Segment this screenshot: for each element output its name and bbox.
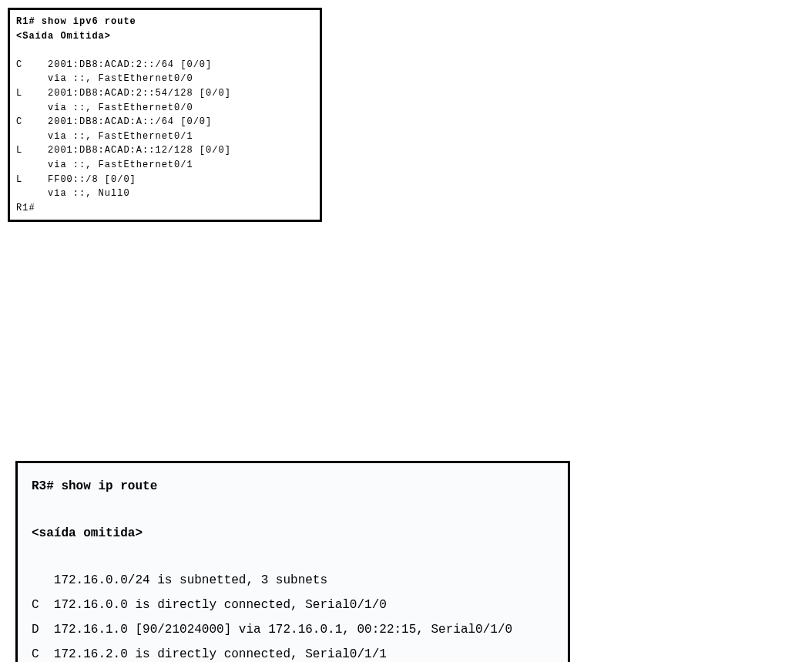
terminal1-route-line: C 2001:DB8:ACAD:2::/64 [0/0] <box>16 58 314 72</box>
terminal2-route-line: D 172.16.1.0 [90/21024000] via 172.16.0.… <box>32 617 554 642</box>
ip-route-terminal: R3# show ip route <saída omitida> 172.16… <box>15 461 570 662</box>
terminal1-route-line: via ::, FastEthernet0/0 <box>16 101 314 116</box>
terminal2-route-line: C 172.16.2.0 is directly connected, Seri… <box>32 642 554 662</box>
terminal1-command: R1# show ipv6 route <box>16 15 314 29</box>
vertical-spacer <box>8 222 804 461</box>
terminal1-blank <box>16 43 314 58</box>
terminal1-route-line: L FF00::/8 [0/0] <box>16 173 314 187</box>
terminal1-route-line: L 2001:DB8:ACAD:2::54/128 [0/0] <box>16 86 314 101</box>
terminal2-route-line: 172.16.0.0/24 is subnetted, 3 subnets <box>32 568 554 593</box>
terminal1-route-line: L 2001:DB8:ACAD:A::12/128 [0/0] <box>16 143 314 158</box>
terminal1-route-line: via ::, FastEthernet0/1 <box>16 129 314 144</box>
terminal2-route-line: C 172.16.0.0 is directly connected, Seri… <box>32 593 554 617</box>
terminal1-route-line: via ::, FastEthernet0/1 <box>16 158 314 173</box>
terminal1-route-line: C 2001:DB8:ACAD:A::/64 [0/0] <box>16 115 314 129</box>
terminal2-command: R3# show ip route <box>32 474 554 499</box>
terminal1-route-line: via ::, FastEthernet0/0 <box>16 72 314 86</box>
ipv6-route-terminal: R1# show ipv6 route <Saída Omitida> C 20… <box>8 8 322 222</box>
terminal2-blank <box>32 499 554 521</box>
terminal1-end-prompt: R1# <box>16 201 314 216</box>
terminal1-route-line: via ::, Null0 <box>16 187 314 201</box>
terminal1-omitted: <Saída Omitida> <box>16 29 314 44</box>
terminal2-omitted: <saída omitida> <box>32 521 554 546</box>
terminal2-blank <box>32 546 554 568</box>
